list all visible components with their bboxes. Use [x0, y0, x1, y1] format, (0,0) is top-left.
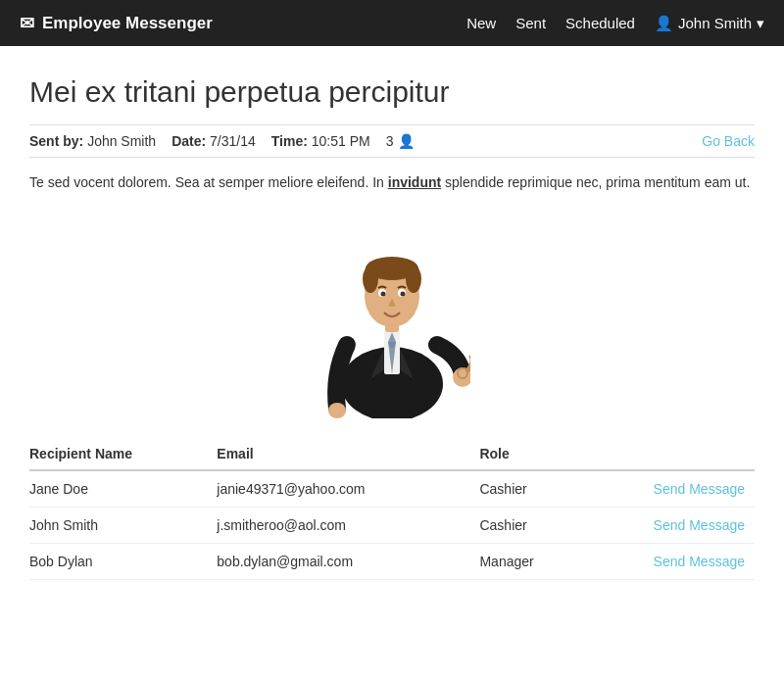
svg-point-10: [406, 266, 421, 293]
send-message-link[interactable]: Send Message: [654, 554, 745, 569]
chevron-down-icon: ▾: [757, 15, 764, 32]
app-title: Employee Messenger: [42, 14, 213, 33]
col-header-name: Recipient Name: [29, 438, 217, 470]
recipient-email: janie49371@yahoo.com: [217, 470, 479, 508]
user-menu[interactable]: 👤 John Smith ▾: [655, 15, 764, 32]
message-body: Te sed vocent dolorem. Sea at semper mel…: [29, 171, 755, 193]
page-title: Mei ex tritani perpetua percipitur: [29, 75, 755, 109]
recipient-action: Send Message: [586, 544, 755, 580]
recipient-email: bob.dylan@gmail.com: [217, 544, 479, 580]
send-message-link[interactable]: Send Message: [654, 481, 745, 497]
recipient-name: Bob Dylan: [29, 544, 217, 580]
recipient-name: Jane Doe: [29, 470, 217, 508]
recipient-role: Cashier: [479, 470, 586, 508]
nav-new[interactable]: New: [466, 15, 496, 31]
person-icon: 👤: [398, 133, 415, 149]
recipient-role: Manager: [479, 544, 586, 580]
table-header-row: Recipient Name Email Role: [29, 438, 755, 470]
recipient-action: Send Message: [586, 470, 755, 508]
nav-sent[interactable]: Sent: [515, 15, 546, 31]
svg-point-9: [363, 266, 378, 293]
recipient-name: John Smith: [29, 508, 217, 544]
table-row: Jane Doejanie49371@yahoo.comCashierSend …: [29, 470, 755, 508]
table-row: Bob Dylanbob.dylan@gmail.comManagerSend …: [29, 544, 755, 580]
sent-by: Sent by: John Smith: [29, 133, 156, 149]
col-header-email: Email: [217, 438, 479, 470]
recipient-count: 3 👤: [386, 133, 415, 149]
table-row: John Smithj.smitheroo@aol.comCashierSend…: [29, 508, 755, 544]
nav-scheduled[interactable]: Scheduled: [565, 15, 635, 31]
date: Date: 7/31/14: [172, 133, 256, 149]
go-back-link[interactable]: Go Back: [702, 133, 755, 149]
brand: ✉ Employee Messenger: [20, 13, 466, 34]
recipient-action: Send Message: [586, 508, 755, 544]
col-header-role: Role: [479, 438, 586, 470]
navbar: ✉ Employee Messenger New Sent Scheduled …: [0, 0, 784, 46]
recipient-email: j.smitheroo@aol.com: [217, 508, 479, 544]
svg-point-13: [381, 292, 386, 297]
meta-row: Sent by: John Smith Date: 7/31/14 Time: …: [29, 124, 755, 158]
time: Time: 10:51 PM: [271, 133, 370, 149]
main-content: Mei ex tritani perpetua percipitur Sent …: [0, 46, 784, 600]
envelope-icon: ✉: [20, 13, 34, 34]
recipient-role: Cashier: [479, 508, 586, 544]
user-icon: 👤: [655, 15, 673, 32]
svg-point-14: [401, 292, 406, 297]
recipients-table: Recipient Name Email Role Jane Doejanie4…: [29, 438, 755, 580]
image-area: [29, 203, 755, 418]
col-header-action: [586, 438, 755, 470]
person-illustration: [314, 203, 470, 418]
nav-links: New Sent Scheduled 👤 John Smith ▾: [466, 15, 764, 32]
send-message-link[interactable]: Send Message: [654, 517, 745, 533]
user-name: John Smith: [678, 15, 752, 31]
svg-point-17: [328, 403, 346, 418]
meta-left: Sent by: John Smith Date: 7/31/14 Time: …: [29, 133, 415, 149]
